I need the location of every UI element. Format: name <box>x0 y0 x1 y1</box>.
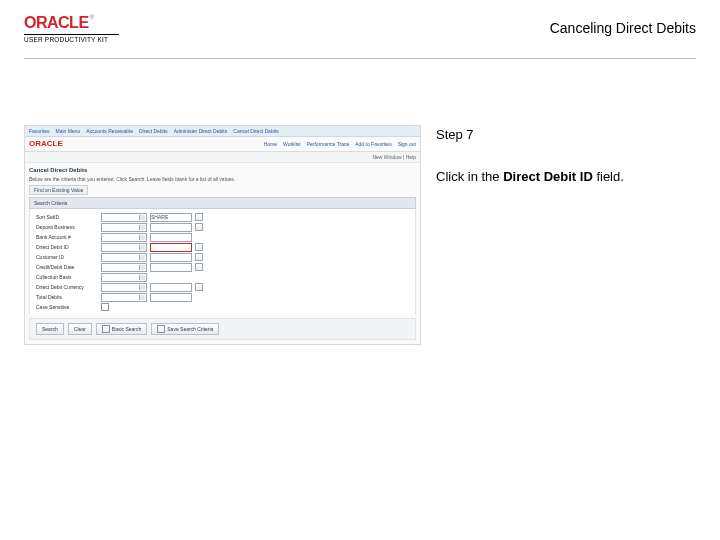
operator-select[interactable] <box>101 243 147 252</box>
nav-item: Accounts Receivable <box>86 128 133 134</box>
save-search-label: Save Search Criteria <box>167 326 213 332</box>
util-row: New Window | Help <box>25 152 420 163</box>
brand-link: Add to Favorites <box>355 141 391 147</box>
brand-link: Worklist <box>283 141 301 147</box>
logo-text: ORACLE <box>24 14 89 31</box>
instruction-bold: Direct Debit ID <box>503 169 593 184</box>
app-page-subtitle: Below are the criteria that you entered.… <box>25 176 420 185</box>
field-label: Case Sensitive <box>36 304 98 310</box>
operator-select[interactable] <box>101 283 147 292</box>
app-brand: ORACLE <box>29 139 63 149</box>
instruction-pre: Click in the <box>436 169 503 184</box>
nav-bar: Favorites Main Menu Accounts Receivable … <box>25 126 420 137</box>
value-input[interactable]: SHARE <box>150 213 192 222</box>
operator-select[interactable] <box>101 293 147 302</box>
value-input[interactable] <box>150 233 192 242</box>
app-page-title: Cancel Direct Debits <box>25 163 420 176</box>
form-row: Deposit Business <box>36 223 409 232</box>
main-content: Favorites Main Menu Accounts Receivable … <box>24 125 696 345</box>
form-row: Customer ID <box>36 253 409 262</box>
lookup-icon[interactable] <box>195 243 203 251</box>
value-input[interactable] <box>150 223 192 232</box>
value-input[interactable] <box>150 283 192 292</box>
lookup-icon[interactable] <box>195 283 203 291</box>
search-button[interactable]: Search <box>36 323 64 335</box>
lookup-icon[interactable] <box>195 253 203 261</box>
checkbox-icon <box>102 325 110 333</box>
value-input[interactable] <box>150 253 192 262</box>
operator-select[interactable] <box>101 233 147 242</box>
field-label: Direct Debit ID <box>36 244 98 250</box>
brand-row: ORACLE Home Worklist Performance Trace A… <box>25 137 420 152</box>
nav-item: Administer Direct Debits <box>174 128 228 134</box>
direct-debit-id-field[interactable] <box>150 243 192 252</box>
form-row: Direct Debit ID <box>36 243 409 252</box>
oracle-logo: ORACLE® USER PRODUCTIVITY KIT <box>24 14 144 43</box>
screenshot-column: Favorites Main Menu Accounts Receivable … <box>24 125 424 345</box>
app-screenshot: Favorites Main Menu Accounts Receivable … <box>24 125 421 345</box>
form-row: Total Debits <box>36 293 409 302</box>
operator-select[interactable] <box>101 253 147 262</box>
field-label: Total Debits <box>36 294 98 300</box>
form-row: Sort SetIDSHARE <box>36 213 409 222</box>
save-search-button[interactable]: Save Search Criteria <box>151 323 219 335</box>
form-row: Case Sensitive <box>36 303 409 311</box>
checkbox[interactable] <box>101 303 109 311</box>
field-label: Deposit Business <box>36 224 98 230</box>
instruction-column: Step 7 Click in the Direct Debit ID fiel… <box>424 125 696 186</box>
basic-search-button[interactable]: Basic Search <box>96 323 147 335</box>
nav-item: Favorites <box>29 128 50 134</box>
value-input[interactable] <box>150 293 192 302</box>
panel-header: Search Criteria <box>29 197 416 209</box>
operator-select[interactable] <box>101 263 147 272</box>
search-form: Sort SetIDSHAREDeposit BusinessBank Acco… <box>29 209 416 315</box>
brand-link: Sign out <box>398 141 416 147</box>
lookup-icon[interactable] <box>195 223 203 231</box>
clear-button[interactable]: Clear <box>68 323 92 335</box>
form-row: Bank Account # <box>36 233 409 242</box>
field-label: Sort SetID <box>36 214 98 220</box>
nav-item: Direct Debits <box>139 128 168 134</box>
field-label: Direct Debit Currency <box>36 284 98 290</box>
brand-links: Home Worklist Performance Trace Add to F… <box>264 141 416 147</box>
instruction-text: Click in the Direct Debit ID field. <box>436 167 696 187</box>
operator-select[interactable] <box>101 213 147 222</box>
page-header: ORACLE® USER PRODUCTIVITY KIT Canceling … <box>24 14 696 46</box>
field-label: Bank Account # <box>36 234 98 240</box>
button-row: Search Clear Basic Search Save Search Cr… <box>29 318 416 340</box>
page-title: Canceling Direct Debits <box>550 20 696 36</box>
brand-link: Home <box>264 141 277 147</box>
lookup-icon[interactable] <box>195 213 203 221</box>
nav-item: Cancel Direct Debits <box>233 128 279 134</box>
logo-trademark: ® <box>90 14 94 20</box>
logo-subtitle: USER PRODUCTIVITY KIT <box>24 34 119 43</box>
field-label: Credit/Debit Date <box>36 264 98 270</box>
header-divider <box>24 58 696 59</box>
value-input[interactable] <box>150 263 192 272</box>
instruction-post: field. <box>593 169 624 184</box>
brand-link: Performance Trace <box>307 141 350 147</box>
nav-item: Main Menu <box>56 128 81 134</box>
lookup-icon[interactable] <box>195 263 203 271</box>
operator-select[interactable] <box>101 273 147 282</box>
tab-find-existing: Find an Existing Value <box>29 185 88 195</box>
form-row: Credit/Debit Date <box>36 263 409 272</box>
basic-search-label: Basic Search <box>112 326 141 332</box>
operator-select[interactable] <box>101 223 147 232</box>
checkbox-icon <box>157 325 165 333</box>
form-row: Collection Basis <box>36 273 409 282</box>
field-label: Customer ID <box>36 254 98 260</box>
field-label: Collection Basis <box>36 274 98 280</box>
step-label: Step 7 <box>436 125 696 145</box>
form-row: Direct Debit Currency <box>36 283 409 292</box>
